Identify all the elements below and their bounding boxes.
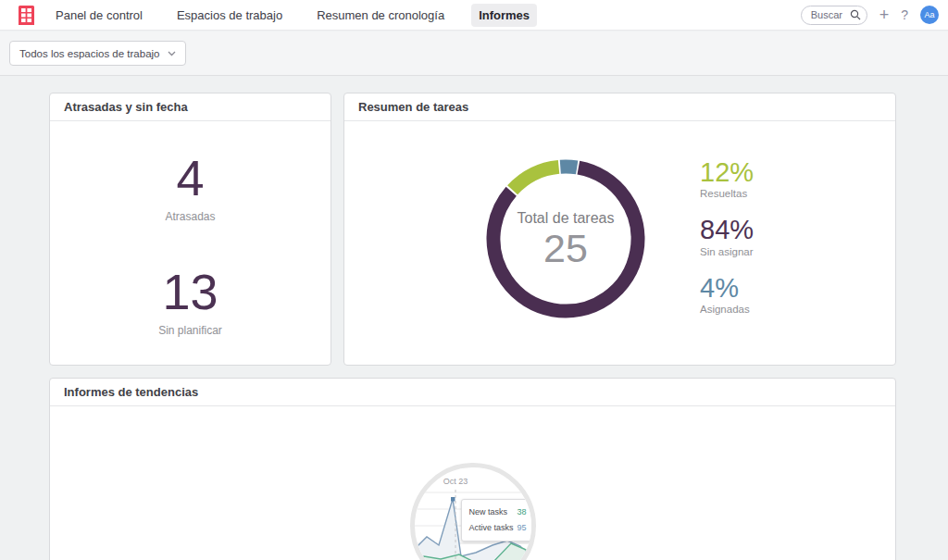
tooltip-new-tasks-label: New tasks <box>469 508 508 516</box>
legend-resueltas-label: Resueltas <box>700 188 754 199</box>
legend-sin-asignar-value: 84% <box>700 216 754 243</box>
workspace-filter-dropdown[interactable]: Todos los espacios de trabajo <box>9 41 186 66</box>
stat-unplanned-value: 13 <box>158 267 222 317</box>
card-task-summary: Resumen de tareas Total de tareas 25 12%… <box>343 93 896 366</box>
donut-center: Total de tareas 25 <box>486 159 645 318</box>
stat-overdue-value: 4 <box>165 153 215 203</box>
legend-item-sin-asignar: 84% Sin asignar <box>700 216 754 256</box>
donut-legend: 12% Resueltas 84% Sin asignar 4% Asignad… <box>700 158 754 331</box>
tooltip-active-tasks-label: Active tasks <box>469 524 514 532</box>
help-button[interactable]: ? <box>901 8 908 21</box>
trend-preview-circle[interactable]: Oct 23 New tasks 38 Active tasks 95 <box>410 463 536 560</box>
tooltip-new-tasks-value: 38 <box>517 508 526 516</box>
nav-item-resumen-de-cronologia[interactable]: Resumen de cronología <box>309 4 452 27</box>
legend-item-resueltas: 12% Resueltas <box>700 158 754 199</box>
task-summary-donut-chart: Total de tareas 25 <box>486 159 645 318</box>
stat-unplanned: 13 Sin planificar <box>158 267 222 337</box>
app-window: Panel de control Espacios de trabajo Res… <box>0 0 948 560</box>
trend-date-label: Oct 23 <box>443 477 468 486</box>
filter-band: Todos los espacios de trabajo <box>0 31 948 76</box>
top-navigation: Panel de control Espacios de trabajo Res… <box>0 0 948 31</box>
user-avatar[interactable]: Aa <box>920 6 939 24</box>
nav-right-actions: + ? Aa <box>801 6 939 25</box>
nav-item-panel-de-control[interactable]: Panel de control <box>48 4 150 27</box>
donut-total-label: Total de tareas <box>518 210 615 227</box>
nav-item-informes[interactable]: Informes <box>471 4 537 27</box>
legend-sin-asignar-label: Sin asignar <box>700 246 754 257</box>
card-trends-title: Informes de tendencias <box>50 379 895 406</box>
chevron-down-icon <box>168 51 176 56</box>
stat-overdue-label: Atrasadas <box>165 210 215 223</box>
card-overdue-title: Atrasadas y sin fecha <box>50 93 331 121</box>
legend-asignadas-value: 4% <box>700 274 754 302</box>
workspace-filter-label: Todos los espacios de trabajo <box>19 48 160 59</box>
tooltip-row-new-tasks: New tasks 38 <box>469 504 527 520</box>
legend-resueltas-value: 12% <box>700 158 754 186</box>
card-overdue-unscheduled: Atrasadas y sin fecha 4 Atrasadas 13 Sin… <box>49 93 331 366</box>
card-trend-reports: Informes de tendencias Oct 23 <box>49 378 896 560</box>
trend-tooltip: New tasks 38 Active tasks 95 <box>461 499 535 541</box>
tooltip-active-tasks-value: 95 <box>517 524 526 532</box>
stat-overdue: 4 Atrasadas <box>165 153 215 223</box>
add-button[interactable]: + <box>879 6 890 23</box>
redbooth-logo-icon[interactable] <box>19 6 34 25</box>
overdue-stats: 4 Atrasadas 13 Sin planificar <box>50 121 331 337</box>
donut-total-value: 25 <box>543 229 588 268</box>
stat-unplanned-label: Sin planificar <box>158 324 222 337</box>
nav-item-espacios-de-trabajo[interactable]: Espacios de trabajo <box>169 4 290 27</box>
card-summary-title: Resumen de tareas <box>344 93 895 121</box>
search-box <box>801 6 867 25</box>
legend-asignadas-label: Asignadas <box>700 304 754 315</box>
search-icon <box>850 9 861 20</box>
tooltip-active-tasks: Active tasks 95 <box>469 520 527 536</box>
legend-item-asignadas: 4% Asignadas <box>700 274 754 315</box>
